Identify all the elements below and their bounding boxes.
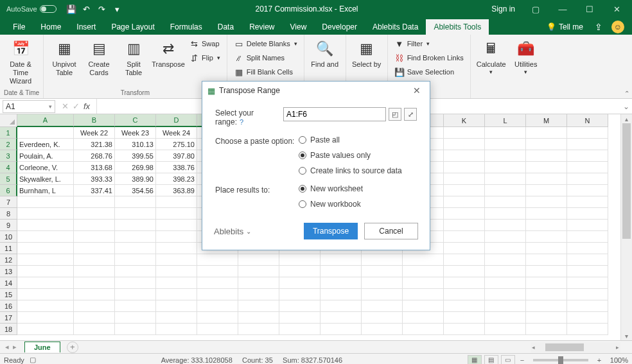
tab-file[interactable]: File	[5, 19, 33, 35]
tab-view[interactable]: View	[283, 19, 315, 35]
cell[interactable]	[74, 324, 115, 335]
cell[interactable]	[115, 208, 156, 220]
cell[interactable]	[156, 312, 197, 324]
tab-developer[interactable]: Developer	[314, 19, 365, 35]
range-input[interactable]	[283, 107, 386, 121]
cell[interactable]	[526, 139, 567, 150]
row-header-5[interactable]: 5	[0, 173, 17, 185]
cell[interactable]	[567, 173, 608, 185]
cell[interactable]	[403, 324, 444, 335]
cell[interactable]	[115, 254, 156, 266]
share-button[interactable]: ⇪	[590, 19, 608, 35]
paste-option-0[interactable]: Paste all	[299, 135, 402, 144]
cell[interactable]	[444, 127, 485, 139]
cell[interactable]	[279, 277, 320, 289]
cell[interactable]	[403, 254, 444, 266]
zoom-level[interactable]: 100%	[610, 356, 628, 364]
cell[interactable]	[17, 289, 74, 300]
cell[interactable]	[74, 196, 115, 208]
cell[interactable]	[526, 127, 567, 139]
cell[interactable]	[156, 196, 197, 208]
cell[interactable]	[320, 266, 362, 277]
scroll-right-icon[interactable]: ▸	[615, 344, 620, 351]
cell[interactable]: 310.13	[115, 139, 156, 150]
page-layout-view-button[interactable]: ▤	[484, 355, 498, 365]
cell[interactable]	[567, 220, 608, 231]
cell[interactable]	[115, 231, 156, 243]
cell[interactable]	[197, 277, 238, 289]
cell[interactable]	[115, 266, 156, 277]
accept-edit-icon[interactable]: ✓	[73, 101, 80, 111]
cell[interactable]	[238, 312, 279, 324]
col-header-D[interactable]: D	[156, 114, 197, 127]
cell[interactable]	[197, 254, 238, 266]
redo-icon[interactable]: ↷	[95, 2, 109, 16]
sheet-tab-active[interactable]: June	[24, 342, 60, 352]
cell[interactable]	[485, 231, 526, 243]
cell[interactable]	[279, 254, 320, 266]
row-header-13[interactable]: 13	[0, 266, 17, 277]
cell[interactable]	[74, 266, 115, 277]
cell[interactable]	[17, 324, 74, 335]
cell[interactable]	[485, 162, 526, 173]
date-time-wizard-button[interactable]: 📅 Date & Time Wizard	[4, 37, 37, 87]
cell[interactable]	[485, 300, 526, 312]
unpivot-table-button[interactable]: ▦Unpivot Table	[48, 37, 81, 78]
cell[interactable]	[362, 312, 403, 324]
zoom-knob[interactable]	[558, 356, 563, 364]
cell[interactable]	[526, 289, 567, 300]
cell[interactable]	[74, 208, 115, 220]
add-sheet-button[interactable]: +	[67, 342, 78, 353]
cell[interactable]	[444, 139, 485, 150]
select-all-button[interactable]	[0, 114, 17, 127]
cell[interactable]	[156, 289, 197, 300]
cell[interactable]	[485, 312, 526, 324]
cell[interactable]: Skywalker, L.	[17, 173, 74, 185]
prev-sheet-icon[interactable]: ◂	[5, 343, 9, 351]
cell[interactable]	[526, 277, 567, 289]
cell[interactable]	[444, 324, 485, 335]
split-table-button[interactable]: ▥Split Table	[117, 37, 150, 78]
cell[interactable]: Burnham, L	[17, 185, 74, 196]
feedback-button[interactable]: ☺	[611, 21, 624, 33]
horizontal-scrollbar[interactable]: ◂ ▸	[531, 342, 620, 352]
vscroll-thumb[interactable]	[622, 123, 631, 239]
row-header-18[interactable]: 18	[0, 324, 17, 335]
tab-home[interactable]: Home	[33, 19, 69, 35]
cell[interactable]	[485, 150, 526, 162]
row-header-14[interactable]: 14	[0, 277, 17, 289]
col-header-N[interactable]: N	[567, 114, 608, 127]
cell[interactable]	[485, 208, 526, 220]
cell[interactable]	[279, 266, 320, 277]
qat-customize-icon[interactable]: ▾	[110, 2, 125, 16]
cell[interactable]	[444, 196, 485, 208]
cell[interactable]: 397.80	[156, 150, 197, 162]
cell[interactable]	[485, 127, 526, 139]
calculate-button[interactable]: 🖩Calculate▾	[475, 37, 508, 76]
cell[interactable]	[526, 220, 567, 231]
cell[interactable]	[567, 162, 608, 173]
cell[interactable]	[526, 243, 567, 254]
cell[interactable]: 399.55	[115, 150, 156, 162]
sheet-nav[interactable]: ◂▸	[0, 343, 22, 351]
cell[interactable]	[156, 208, 197, 220]
cell[interactable]	[526, 254, 567, 266]
transpose-confirm-button[interactable]: Transpose	[304, 223, 358, 239]
cell[interactable]	[567, 185, 608, 196]
cell[interactable]	[17, 243, 74, 254]
cell[interactable]	[17, 127, 74, 139]
cell[interactable]	[567, 300, 608, 312]
tab-review[interactable]: Review	[241, 19, 282, 35]
maximize-icon[interactable]: ☐	[577, 1, 602, 17]
vertical-scrollbar[interactable]: ▴ ▾	[620, 114, 632, 340]
cell[interactable]	[567, 277, 608, 289]
cell[interactable]	[279, 300, 320, 312]
row-header-17[interactable]: 17	[0, 312, 17, 324]
col-header-K[interactable]: K	[444, 114, 485, 127]
zoom-in-button[interactable]: +	[595, 356, 604, 364]
normal-view-button[interactable]: ▦	[468, 355, 482, 365]
cell[interactable]	[444, 312, 485, 324]
cell[interactable]	[567, 208, 608, 220]
paste-option-1[interactable]: Paste values only	[299, 151, 402, 160]
cell[interactable]	[567, 196, 608, 208]
